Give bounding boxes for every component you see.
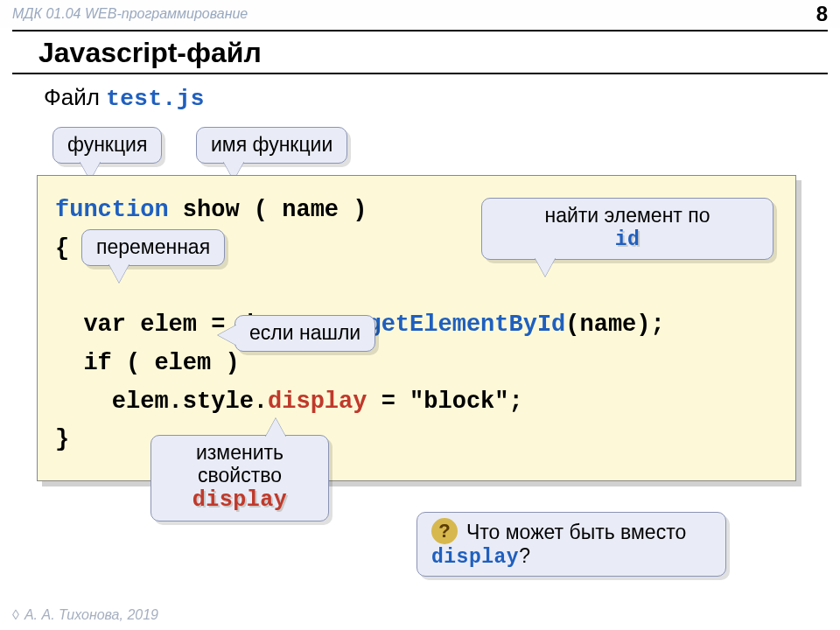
- callout-variable: переменная: [81, 229, 225, 266]
- question-text: Что может быть вместо: [466, 521, 686, 543]
- code-getElementById: getElementById: [367, 312, 565, 338]
- callout-function-label: функция: [67, 133, 147, 156]
- code-l5c: = "block";: [367, 388, 522, 415]
- slide-title: Javascript-файл: [38, 37, 262, 69]
- callout-if-found-label: если нашли: [249, 321, 360, 344]
- code-l2: {: [55, 235, 69, 262]
- code-l6: }: [55, 426, 69, 452]
- slide-footer: ◊А. А. Тихонова, 2019: [12, 607, 158, 623]
- callout-func-name: имя функции: [196, 127, 347, 164]
- kw-function: function: [55, 197, 169, 223]
- callout-find-code: id: [615, 228, 640, 251]
- callout-func-name-label: имя функции: [211, 133, 332, 156]
- rule-top: [12, 30, 828, 32]
- rule-under-title: [12, 73, 828, 74]
- question-code: display: [431, 546, 519, 569]
- callout-change-display: изменить свойство display: [150, 435, 329, 522]
- question-mark-icon: ?: [431, 518, 458, 544]
- file-name: test.js: [106, 86, 205, 112]
- code-l1b: show ( name ): [169, 197, 368, 223]
- question-suffix: ?: [519, 544, 530, 567]
- course-label: МДК 01.04 WEB-программирование: [12, 6, 248, 22]
- footer-text: А. А. Тихонова, 2019: [24, 607, 158, 622]
- callout-if-found: если нашли: [234, 315, 375, 352]
- callout-find-by-id: найти элемент по id: [481, 198, 774, 260]
- code-display: display: [268, 388, 367, 415]
- footer-glyph: ◊: [12, 607, 19, 622]
- file-line: Файл test.js: [44, 84, 205, 112]
- slide-header: МДК 01.04 WEB-программирование 8: [0, 0, 840, 28]
- file-prefix: Файл: [44, 84, 106, 110]
- code-l4: if ( elem ): [55, 350, 240, 376]
- callout-question: ?Что может быть вместо display?: [416, 512, 726, 577]
- code-l3c: (name);: [565, 312, 664, 338]
- callout-change-l2: свойство: [198, 464, 282, 486]
- callout-change-code: display: [192, 487, 288, 513]
- callout-change-l1: изменить: [196, 441, 284, 464]
- code-l5a: elem.style.: [55, 388, 268, 415]
- callout-variable-label: переменная: [96, 235, 210, 258]
- page-number: 8: [816, 2, 828, 26]
- callout-find-text: найти элемент по: [544, 204, 710, 227]
- callout-function: функция: [52, 127, 162, 164]
